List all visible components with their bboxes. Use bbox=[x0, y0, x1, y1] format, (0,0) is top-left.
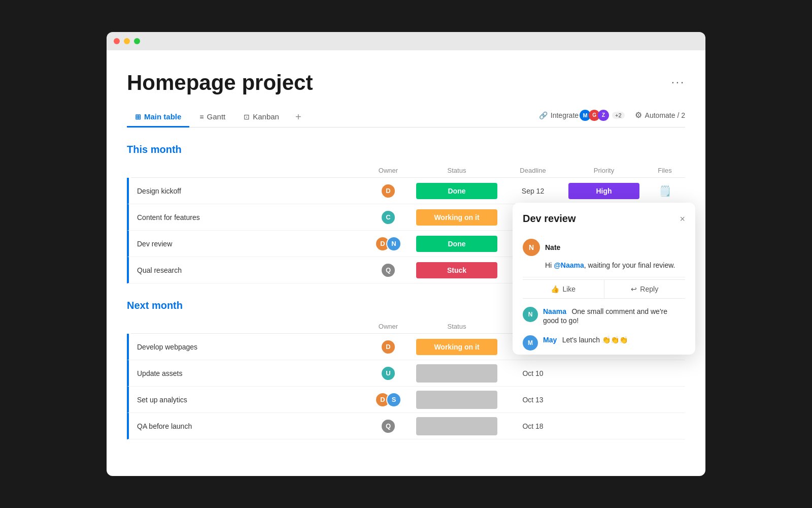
deadline-cell: Sep 12 bbox=[502, 187, 563, 195]
comment-user-row: N Nate bbox=[523, 239, 685, 256]
status-cell bbox=[411, 417, 502, 435]
comment-panel: Dev review × N Nate Hi @Naama, waiting f… bbox=[513, 203, 695, 355]
reply-avatar: M bbox=[523, 335, 538, 351]
row-name: QA before launch bbox=[131, 422, 365, 430]
status-cell: Working on it bbox=[411, 209, 502, 226]
tab-main-table[interactable]: ⊞ Main table bbox=[127, 107, 189, 128]
table-row[interactable]: Set up analytics D S Oct 13 bbox=[127, 387, 685, 413]
status-cell: Done bbox=[411, 236, 502, 252]
deadline-cell: Oct 10 bbox=[502, 369, 563, 377]
tab-main-table-label: Main table bbox=[144, 112, 181, 121]
automate-button[interactable]: ⚙ Automate / 2 bbox=[635, 110, 685, 120]
like-button[interactable]: 👍 Like bbox=[523, 280, 604, 298]
this-month-header: Owner Status Deadline Priority Files bbox=[131, 164, 685, 178]
avatar: C bbox=[381, 210, 396, 225]
status-badge bbox=[416, 417, 497, 435]
reply-text-wrap: Naama One small comment and we're good t… bbox=[543, 307, 685, 325]
col-name bbox=[131, 323, 365, 330]
status-cell: Stuck bbox=[411, 262, 502, 278]
reply-author: May bbox=[543, 336, 557, 344]
like-icon: 👍 bbox=[551, 285, 559, 293]
gantt-icon: ≡ bbox=[199, 113, 204, 121]
reply-button[interactable]: ↩ Reply bbox=[604, 280, 686, 298]
status-badge: Done bbox=[416, 183, 497, 199]
comment-username: Nate bbox=[545, 243, 560, 251]
kanban-icon: ⊡ bbox=[244, 113, 250, 121]
table-row[interactable]: Update assets U Oct 10 bbox=[127, 360, 685, 387]
tabs-right: 🔗 Integrate M G Z +2 ⚙ Automate / 2 bbox=[539, 110, 685, 125]
close-dot[interactable] bbox=[114, 38, 120, 44]
avatar: D bbox=[381, 339, 396, 355]
more-button[interactable]: ··· bbox=[671, 76, 685, 89]
reply-text-wrap: May Let's launch 👏👏👏 bbox=[543, 335, 685, 344]
like-label: Like bbox=[562, 285, 576, 293]
row-name: Update assets bbox=[131, 369, 365, 377]
close-button[interactable]: × bbox=[680, 214, 685, 224]
file-icon: 🗒️ bbox=[659, 185, 671, 197]
status-cell: Done bbox=[411, 183, 502, 199]
avatar: Q bbox=[381, 263, 396, 278]
comment-text: Hi @Naama, waiting for your final review… bbox=[545, 260, 685, 271]
priority-cell: High bbox=[563, 183, 645, 199]
tabs-left: ⊞ Main table ≡ Gantt ⊡ Kanban + bbox=[127, 107, 308, 127]
minimize-dot[interactable] bbox=[124, 38, 130, 44]
avatar: N bbox=[386, 236, 401, 251]
reply-comment: M May Let's launch 👏👏👏 bbox=[523, 329, 685, 355]
row-owner: D N bbox=[365, 236, 411, 251]
reply-label: Reply bbox=[640, 285, 658, 293]
tab-kanban[interactable]: ⊡ Kanban bbox=[235, 107, 287, 128]
table-row[interactable]: Design kickoff D Done Sep 12 High 🗒️ bbox=[127, 178, 685, 204]
status-cell bbox=[411, 391, 502, 409]
row-owner: U bbox=[365, 366, 411, 381]
row-owner: D bbox=[365, 183, 411, 199]
row-name: Design kickoff bbox=[131, 187, 365, 195]
add-tab-button[interactable]: + bbox=[289, 107, 308, 127]
row-name: Develop webpages bbox=[131, 343, 365, 351]
status-cell bbox=[411, 364, 502, 383]
row-owner: Q bbox=[365, 263, 411, 278]
titlebar bbox=[107, 32, 705, 50]
avatar-group: D S bbox=[375, 392, 401, 407]
comment-item: N Nate Hi @Naama, waiting for your final… bbox=[523, 231, 685, 277]
reply-icon: ↩ bbox=[631, 285, 637, 293]
comment-body: N Nate Hi @Naama, waiting for your final… bbox=[513, 231, 695, 355]
row-owner: D S bbox=[365, 392, 411, 407]
status-badge: Working on it bbox=[416, 209, 497, 226]
integrate-count: +2 bbox=[612, 112, 625, 119]
tabs-bar: ⊞ Main table ≡ Gantt ⊡ Kanban + 🔗 Integr… bbox=[127, 107, 685, 128]
comment-mention: @Naama bbox=[554, 261, 584, 269]
comment-actions: 👍 Like ↩ Reply bbox=[523, 279, 685, 299]
row-owner: D bbox=[365, 339, 411, 355]
tab-kanban-label: Kanban bbox=[253, 112, 279, 121]
reply-comment: N Naama One small comment and we're good… bbox=[523, 301, 685, 329]
tab-gantt[interactable]: ≡ Gantt bbox=[191, 107, 233, 128]
row-name: Dev review bbox=[131, 240, 365, 248]
automate-label: Automate / 2 bbox=[645, 111, 685, 119]
col-owner: Owner bbox=[365, 167, 411, 174]
reply-content: Let's launch 👏👏👏 bbox=[562, 336, 628, 344]
integrate-icons: M G Z bbox=[582, 110, 609, 121]
comment-panel-header: Dev review × bbox=[513, 203, 695, 231]
tab-gantt-label: Gantt bbox=[207, 112, 226, 121]
comment-text-before: Hi bbox=[545, 261, 554, 269]
files-cell: 🗒️ bbox=[645, 185, 685, 197]
app-container: Homepage project ··· ⊞ Main table ≡ Gant… bbox=[107, 50, 705, 476]
priority-badge: High bbox=[568, 183, 639, 199]
col-status: Status bbox=[411, 167, 502, 174]
row-name: Qual research bbox=[131, 266, 365, 274]
integrate-button[interactable]: 🔗 Integrate M G Z +2 bbox=[539, 110, 625, 121]
table-row[interactable]: QA before launch Q Oct 18 bbox=[127, 413, 685, 439]
avatar: D bbox=[381, 183, 396, 199]
app-header: Homepage project ··· bbox=[127, 71, 685, 95]
reply-avatar: N bbox=[523, 307, 538, 322]
row-name: Content for features bbox=[131, 213, 365, 221]
automate-icon: ⚙ bbox=[635, 110, 642, 120]
row-owner: Q bbox=[365, 419, 411, 434]
maximize-dot[interactable] bbox=[134, 38, 140, 44]
status-badge bbox=[416, 391, 497, 409]
status-badge: Working on it bbox=[416, 339, 497, 355]
col-files: Files bbox=[645, 167, 685, 174]
row-name: Set up analytics bbox=[131, 396, 365, 404]
comment-panel-title: Dev review bbox=[523, 213, 576, 225]
col-deadline: Deadline bbox=[502, 167, 563, 174]
